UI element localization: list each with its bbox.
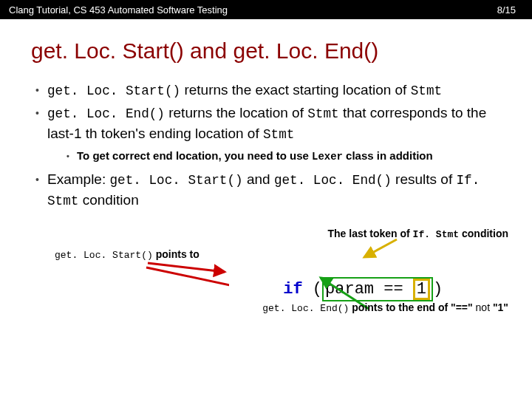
last-code: If. Stmt: [413, 229, 460, 240]
b2-code: get. Loc. End(): [47, 106, 165, 121]
end-rest1: the end of "==": [398, 301, 475, 313]
b1-code: get. Loc. Start(): [47, 83, 180, 98]
b2-stmt: Stmt: [307, 106, 338, 121]
header-bar: Clang Tutorial, CS 453 Automated Softwar…: [0, 0, 532, 19]
content-area: get. Loc. Start() returns the exact star…: [0, 80, 532, 349]
bullet-2: get. Loc. End() returns the location of …: [35, 103, 511, 165]
title-code-start: get. Loc. Start(): [31, 38, 184, 63]
sub-pre: To get correct end location, you need to…: [77, 149, 312, 162]
b1-stmt: Stmt: [411, 83, 442, 98]
sub-code: Lexer: [312, 151, 343, 163]
page-number: 8/15: [497, 4, 516, 16]
bullet-3-example: Example: get. Loc. Start() and get. Loc.…: [35, 169, 511, 211]
page-total: /15: [502, 4, 516, 16]
end-not: not: [476, 301, 490, 313]
page-current: 8: [497, 4, 502, 16]
diagram: The last token of If. Stmt condition get…: [31, 216, 511, 349]
bullet-1: get. Loc. Start() returns the exact star…: [35, 80, 511, 101]
arrow-red-icon: [140, 245, 229, 297]
ex-post: condition: [78, 192, 138, 208]
sub-bullet-list: To get correct end location, you need to…: [47, 148, 511, 165]
title-and: and: [184, 38, 233, 63]
ex-and: and: [243, 171, 274, 187]
sub-bullet-1: To get correct end location, you need to…: [66, 148, 511, 165]
ex-c2: get. Loc. End(): [274, 173, 392, 188]
ex-c1: get. Loc. Start(): [109, 173, 242, 188]
last-post: condition: [459, 228, 508, 239]
svg-line-2: [364, 239, 397, 257]
b2-stmt2: Stmt: [263, 127, 294, 142]
arrow-yellow-icon: [352, 235, 412, 268]
b1-text: returns the exact starting location of: [180, 82, 411, 98]
ex-mid: results of: [392, 171, 457, 187]
rparen: ): [433, 280, 443, 299]
end-code: get. Loc. End(): [262, 303, 349, 314]
end-mid: points to: [349, 301, 398, 313]
end-rest2: "1": [490, 301, 508, 313]
slide-title: get. Loc. Start() and get. Loc. End(): [0, 19, 532, 80]
label-end: get. Loc. End() points to the end of "==…: [262, 301, 508, 314]
sub-post: class in addition: [343, 149, 433, 162]
code-one: 1: [417, 280, 426, 299]
yellow-box: 1: [413, 279, 430, 300]
b2-mid1: returns the location of: [165, 105, 307, 120]
start-code: get. Loc. Start(): [55, 250, 153, 261]
ex-pre: Example:: [47, 171, 109, 187]
bullet-list: get. Loc. Start() returns the exact star…: [31, 80, 511, 211]
title-code-end: get. Loc. End(): [233, 38, 378, 63]
course-title: Clang Tutorial, CS 453 Automated Softwar…: [9, 4, 228, 16]
